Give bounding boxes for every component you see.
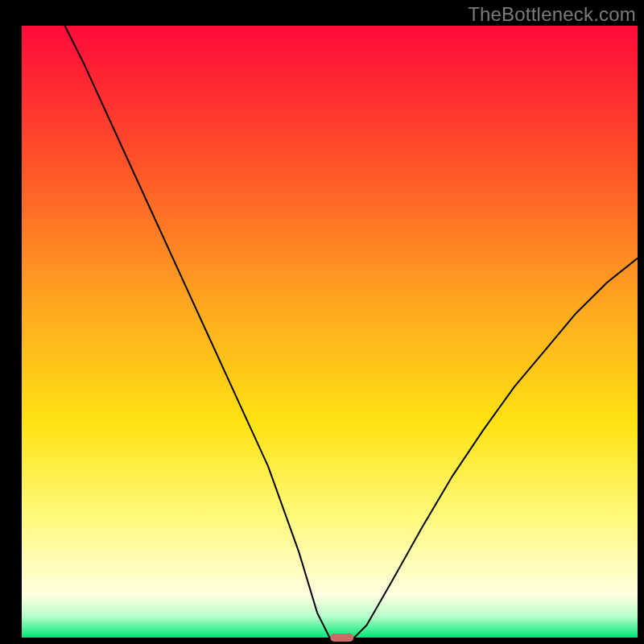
attribution-label: TheBottleneck.com	[468, 3, 636, 26]
plot-background	[22, 26, 638, 638]
bottleneck-chart	[0, 0, 644, 644]
chart-frame: TheBottleneck.com	[0, 0, 644, 644]
optimal-marker	[330, 634, 353, 642]
